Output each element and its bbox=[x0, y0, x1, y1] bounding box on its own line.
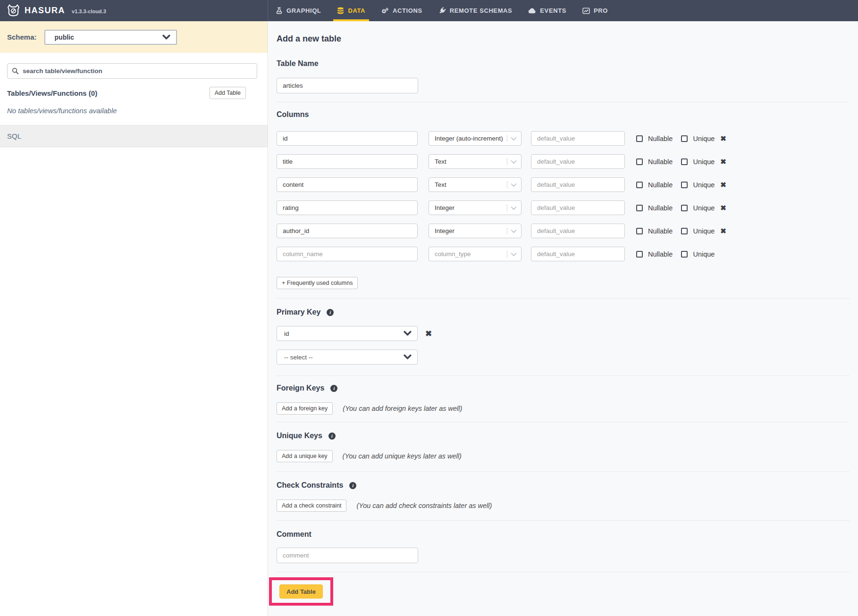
column-type-select[interactable]: Text bbox=[429, 177, 522, 192]
search-wrap bbox=[7, 63, 257, 79]
column-name-input[interactable] bbox=[277, 131, 418, 146]
primary-key-select-empty[interactable]: -- select -- bbox=[277, 350, 418, 365]
chevron-down-icon bbox=[511, 181, 517, 189]
unique-label: Unique bbox=[693, 181, 715, 189]
nav-tab-data[interactable]: DATA bbox=[337, 0, 365, 21]
divider bbox=[277, 375, 850, 376]
unique-checkbox[interactable] bbox=[681, 228, 688, 234]
unique-checkbox[interactable] bbox=[681, 182, 688, 188]
remove-column-icon[interactable]: ✖ bbox=[720, 227, 726, 234]
add-check-constraint-button[interactable]: Add a check constraint bbox=[277, 499, 346, 512]
unique-checkbox[interactable] bbox=[681, 135, 688, 142]
comment-input[interactable] bbox=[277, 548, 418, 563]
check-constraints-label-text: Check Constraints bbox=[277, 481, 343, 490]
columns-label: Columns bbox=[277, 110, 850, 119]
column-default-input[interactable] bbox=[531, 154, 625, 169]
column-type-value: Integer bbox=[435, 227, 505, 234]
remove-column-icon[interactable]: ✖ bbox=[720, 158, 726, 165]
schema-bar: Schema: public bbox=[0, 21, 268, 53]
flask-icon bbox=[276, 7, 283, 14]
table-name-input[interactable] bbox=[277, 78, 418, 93]
remove-column-icon[interactable]: ✖ bbox=[720, 135, 726, 142]
check-constraints-note: (You can add check constraints later as … bbox=[356, 502, 492, 509]
nav-tab-label: REMOTE SCHEMAS bbox=[450, 7, 513, 14]
unique-checkbox[interactable] bbox=[681, 158, 688, 165]
nullable-checkbox[interactable] bbox=[636, 135, 643, 142]
nullable-checkbox[interactable] bbox=[636, 251, 643, 258]
divider bbox=[277, 572, 850, 572]
unique-checkbox[interactable] bbox=[681, 251, 688, 258]
sidebar-add-table-button[interactable]: Add Table bbox=[210, 87, 246, 99]
nav-tabs: GRAPHIQLDATAACTIONSREMOTE SCHEMASEVENTSP… bbox=[268, 0, 608, 21]
unique-label: Unique bbox=[693, 135, 715, 142]
column-name-input[interactable] bbox=[277, 224, 418, 238]
column-default-input[interactable] bbox=[531, 200, 625, 215]
column-default-input[interactable] bbox=[531, 247, 625, 261]
column-row: TextNullableUnique✖ bbox=[277, 177, 850, 192]
column-row: IntegerNullableUnique✖ bbox=[277, 200, 850, 215]
column-type-select[interactable]: Integer bbox=[429, 224, 522, 238]
column-type-select[interactable]: Integer bbox=[429, 200, 522, 215]
schema-label: Schema: bbox=[7, 33, 37, 41]
select-divider bbox=[507, 135, 507, 142]
tables-head-row: Tables/Views/Functions (0) Add Table bbox=[7, 87, 246, 99]
info-icon[interactable]: i bbox=[327, 309, 334, 316]
add-foreign-key-button[interactable]: Add a foreign key bbox=[277, 402, 333, 415]
column-default-input[interactable] bbox=[531, 131, 625, 146]
nav-tab-pro[interactable]: PRO bbox=[582, 0, 608, 21]
add-unique-key-button[interactable]: Add a unique key bbox=[277, 450, 333, 462]
nullable-checkbox[interactable] bbox=[636, 205, 643, 211]
nullable-checkbox[interactable] bbox=[636, 182, 643, 188]
plug-icon bbox=[438, 7, 446, 15]
nav-tab-remote-schemas[interactable]: REMOTE SCHEMAS bbox=[438, 0, 513, 21]
unique-checkbox[interactable] bbox=[681, 205, 688, 211]
column-type-select[interactable]: Integer (auto-increment) bbox=[429, 131, 522, 146]
info-icon[interactable]: i bbox=[349, 482, 356, 489]
info-icon[interactable]: i bbox=[330, 385, 337, 392]
select-divider bbox=[507, 181, 507, 188]
select-divider bbox=[507, 204, 507, 211]
primary-key-select[interactable]: id bbox=[277, 326, 418, 341]
column-type-select[interactable]: column_type bbox=[429, 247, 522, 261]
unique-keys-label-text: Unique Keys bbox=[277, 432, 322, 440]
unique-label: Unique bbox=[693, 227, 715, 235]
column-default-input[interactable] bbox=[531, 177, 625, 192]
nav-tab-events[interactable]: EVENTS bbox=[528, 0, 566, 21]
version-label: v1.3.3-cloud.3 bbox=[72, 8, 106, 14]
nullable-checkbox[interactable] bbox=[636, 228, 643, 234]
column-type-value: column_type bbox=[435, 250, 505, 258]
remove-column-icon[interactable]: ✖ bbox=[720, 204, 726, 211]
nav-tab-label: GRAPHIQL bbox=[286, 7, 321, 14]
schema-select[interactable]: public bbox=[44, 30, 177, 45]
foreign-keys-note: (You can add foreign keys later as well) bbox=[343, 405, 462, 412]
column-default-input[interactable] bbox=[531, 224, 625, 238]
nullable-label: Nullable bbox=[648, 227, 673, 235]
nullable-label: Nullable bbox=[648, 158, 673, 166]
column-name-input[interactable] bbox=[277, 154, 418, 169]
column-type-value: Text bbox=[435, 158, 505, 165]
nav-tab-actions[interactable]: ACTIONS bbox=[381, 0, 422, 21]
nullable-label: Nullable bbox=[648, 181, 673, 189]
unique-keys-row: Add a unique key (You can add unique key… bbox=[277, 450, 850, 462]
chevron-down-icon bbox=[162, 33, 170, 42]
nullable-checkbox[interactable] bbox=[636, 158, 643, 165]
info-icon[interactable]: i bbox=[328, 433, 336, 440]
search-input[interactable] bbox=[7, 63, 257, 79]
nav-tab-graphiql[interactable]: GRAPHIQL bbox=[276, 0, 321, 21]
unique-label: Unique bbox=[693, 204, 715, 212]
column-type-select[interactable]: Text bbox=[429, 154, 522, 169]
add-table-submit-button[interactable]: Add Table bbox=[279, 584, 323, 599]
column-name-input[interactable] bbox=[277, 247, 418, 261]
column-name-input[interactable] bbox=[277, 200, 418, 215]
column-row: IntegerNullableUnique✖ bbox=[277, 224, 850, 238]
comment-label: Comment bbox=[277, 530, 850, 539]
nullable-label: Nullable bbox=[648, 250, 673, 258]
sidebar-item-sql[interactable]: SQL bbox=[0, 125, 268, 147]
frequently-used-columns-button[interactable]: + Frequently used columns bbox=[277, 277, 358, 289]
column-name-input[interactable] bbox=[277, 177, 418, 192]
chevron-down-icon bbox=[404, 353, 412, 361]
remove-primary-key-icon[interactable]: ✖ bbox=[425, 330, 432, 338]
remove-column-icon[interactable]: ✖ bbox=[720, 181, 726, 188]
table-name-label: Table Name bbox=[277, 59, 850, 68]
unique-label: Unique bbox=[693, 158, 715, 166]
